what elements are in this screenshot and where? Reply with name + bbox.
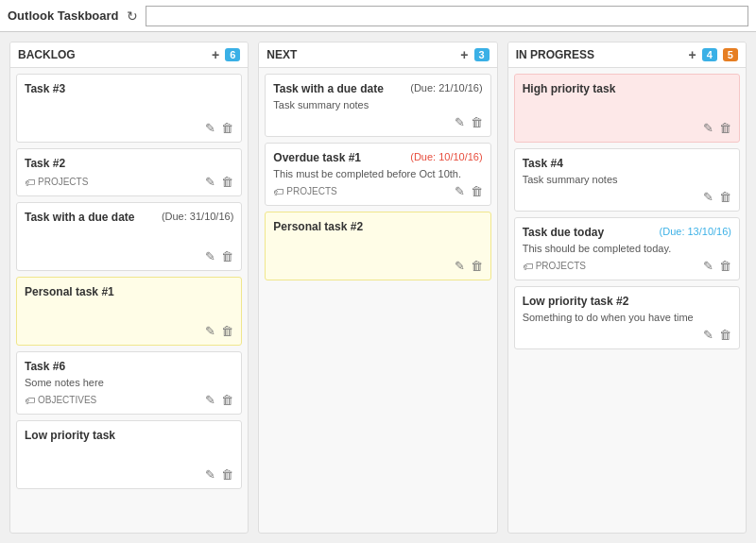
column-backlog: BACKLOG+6Task #3✎🗑Task #2🏷PROJECTS✎🗑Task… — [9, 42, 249, 534]
delete-card-button-task-due-date-next[interactable]: 🗑 — [471, 116, 483, 128]
card-footer-task4: ✎🗑 — [523, 191, 731, 203]
edit-card-button-high-priority[interactable]: ✎ — [703, 122, 713, 134]
card-footer-low-priority2: ✎🗑 — [523, 329, 731, 341]
delete-card-button-overdue1[interactable]: 🗑 — [471, 185, 483, 197]
edit-card-button-task-due-today[interactable]: ✎ — [703, 260, 713, 272]
card-header-task-due-date: Task with a due date(Due: 31/10/16) — [25, 211, 233, 224]
card-low-priority: Low priority task✎🗑 — [16, 420, 242, 489]
card-actions-low-priority: ✎🗑 — [205, 468, 233, 481]
card-header-personal1: Personal task #1 — [25, 285, 233, 298]
edit-card-button-task2[interactable]: ✎ — [205, 176, 215, 188]
card-header-low-priority: Low priority task — [25, 429, 233, 442]
card-actions-personal1: ✎🗑 — [205, 325, 233, 337]
card-footer-low-priority: ✎🗑 — [25, 468, 233, 481]
card-actions-task3: ✎🗑 — [205, 122, 233, 134]
column-header-next: NEXT+3 — [259, 42, 496, 68]
edit-card-button-low-priority2[interactable]: ✎ — [703, 329, 713, 341]
delete-icon: 🗑 — [471, 259, 483, 273]
column-header-inprogress: IN PROGRESS+45 — [508, 42, 746, 68]
delete-card-button-task-due-date[interactable]: 🗑 — [221, 250, 233, 263]
card-tag-task2: 🏷PROJECTS — [25, 177, 88, 188]
delete-card-button-high-priority[interactable]: 🗑 — [719, 122, 731, 134]
column-title-next: NEXT — [266, 48, 455, 61]
card-tag-task-due-today: 🏷PROJECTS — [523, 261, 586, 272]
card-title-task3: Task #3 — [25, 82, 65, 95]
card-body-text-task-due-today: This should be completed today. — [523, 243, 731, 254]
tag-label: PROJECTS — [536, 261, 586, 271]
edit-icon: ✎ — [205, 324, 215, 338]
edit-icon: ✎ — [703, 259, 713, 273]
count-badge-next: 3 — [474, 48, 490, 61]
card-due-task-due-today: (Due: 13/10/16) — [660, 226, 731, 237]
card-header-task2: Task #2 — [25, 157, 233, 170]
delete-card-button-task4[interactable]: 🗑 — [719, 191, 731, 203]
card-title-low-priority: Low priority task — [25, 429, 115, 442]
delete-icon: 🗑 — [471, 115, 483, 129]
edit-card-button-personal2[interactable]: ✎ — [455, 260, 465, 272]
delete-icon: 🗑 — [719, 259, 731, 273]
card-header-task-due-date-next: Task with a due date(Due: 21/10/16) — [273, 82, 482, 95]
card-footer-task6: 🏷OBJECTIVES✎🗑 — [25, 394, 233, 406]
header: Outlook Taskboard ↻ — [0, 0, 756, 32]
edit-card-button-task-due-date[interactable]: ✎ — [205, 250, 215, 263]
edit-card-button-personal1[interactable]: ✎ — [205, 325, 215, 337]
edit-icon: ✎ — [205, 249, 215, 263]
edit-icon: ✎ — [205, 393, 215, 407]
delete-card-button-personal2[interactable]: 🗑 — [471, 260, 483, 272]
add-card-button-inprogress[interactable]: + — [689, 48, 696, 61]
card-title-task-due-date: Task with a due date — [25, 211, 134, 224]
edit-card-button-task6[interactable]: ✎ — [205, 394, 215, 406]
delete-icon: 🗑 — [221, 249, 233, 263]
tag-label: OBJECTIVES — [38, 395, 96, 405]
delete-card-button-personal1[interactable]: 🗑 — [221, 325, 233, 337]
card-footer-task3: ✎🗑 — [25, 122, 233, 134]
delete-card-button-task2[interactable]: 🗑 — [221, 176, 233, 188]
card-footer-personal2: ✎🗑 — [273, 260, 482, 272]
refresh-button[interactable]: ↻ — [127, 8, 138, 24]
card-task-due-date-next: Task with a due date(Due: 21/10/16)Task … — [265, 74, 490, 137]
edit-card-button-low-priority[interactable]: ✎ — [205, 468, 215, 481]
card-task4: Task #4Task summary notes✎🗑 — [514, 148, 740, 212]
tag-label: PROJECTS — [286, 186, 336, 196]
card-footer-task2: 🏷PROJECTS✎🗑 — [25, 176, 233, 188]
column-next: NEXT+3Task with a due date(Due: 21/10/16… — [258, 42, 497, 534]
tag-icon: 🏷 — [523, 261, 533, 272]
delete-card-button-task3[interactable]: 🗑 — [221, 122, 233, 134]
edit-card-button-task-due-date-next[interactable]: ✎ — [455, 116, 465, 128]
card-task-due-today: Task due today(Due: 13/10/16)This should… — [514, 217, 740, 280]
card-task6: Task #6Some notes here🏷OBJECTIVES✎🗑 — [16, 351, 242, 415]
card-actions-high-priority: ✎🗑 — [703, 122, 731, 134]
card-personal2: Personal task #2✎🗑 — [265, 212, 490, 280]
tag-icon: 🏷 — [25, 395, 35, 406]
edit-card-button-task4[interactable]: ✎ — [703, 191, 713, 203]
edit-card-button-task3[interactable]: ✎ — [205, 122, 215, 134]
card-actions-task-due-date-next: ✎🗑 — [455, 116, 483, 128]
count-badge-extra-inprogress: 4 — [702, 48, 717, 61]
add-card-button-next[interactable]: + — [460, 48, 468, 61]
card-footer-task-due-date: ✎🗑 — [25, 250, 233, 263]
card-title-task2: Task #2 — [25, 157, 65, 170]
edit-icon: ✎ — [703, 190, 713, 204]
card-actions-task-due-today: ✎🗑 — [703, 260, 731, 272]
card-header-personal2: Personal task #2 — [273, 220, 482, 233]
delete-card-button-task-due-today[interactable]: 🗑 — [719, 260, 731, 272]
search-input[interactable] — [146, 6, 749, 26]
count-badge-backlog: 6 — [225, 48, 240, 61]
column-title-backlog: BACKLOG — [18, 48, 206, 61]
card-header-task3: Task #3 — [25, 82, 233, 95]
card-due-overdue1: (Due: 10/10/16) — [410, 151, 482, 162]
delete-card-button-low-priority[interactable]: 🗑 — [221, 468, 233, 481]
add-card-button-backlog[interactable]: + — [212, 48, 219, 61]
card-title-task4: Task #4 — [523, 157, 563, 170]
card-title-personal2: Personal task #2 — [273, 220, 363, 233]
delete-card-button-low-priority2[interactable]: 🗑 — [719, 329, 731, 341]
card-title-high-priority: High priority task — [523, 82, 616, 95]
card-footer-overdue1: 🏷PROJECTS✎🗑 — [273, 185, 482, 197]
delete-icon: 🗑 — [719, 121, 731, 135]
card-actions-personal2: ✎🗑 — [455, 260, 483, 272]
card-header-task4: Task #4 — [523, 157, 731, 170]
delete-card-button-task6[interactable]: 🗑 — [221, 394, 233, 406]
card-overdue1: Overdue task #1(Due: 10/10/16)This must … — [265, 143, 490, 206]
card-title-task-due-today: Task due today — [523, 226, 604, 239]
edit-card-button-overdue1[interactable]: ✎ — [455, 185, 465, 197]
